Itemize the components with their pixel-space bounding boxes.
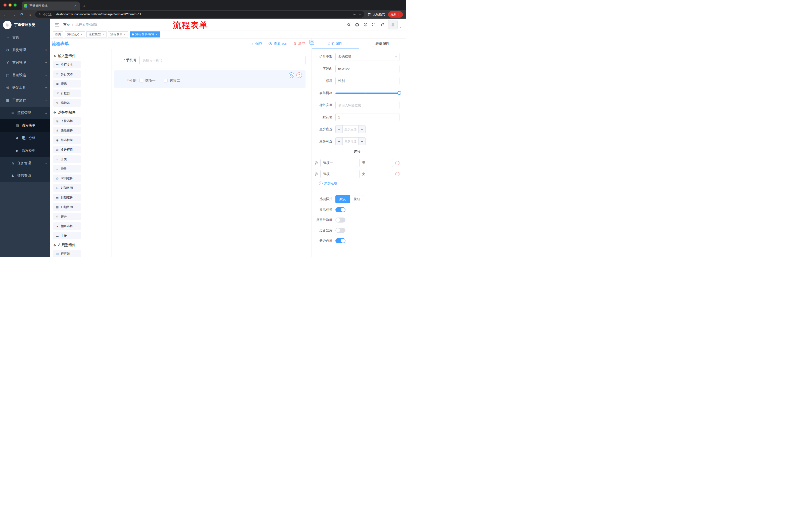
palette-item-password[interactable]: ▣密码: [53, 80, 81, 87]
forward-icon[interactable]: →: [11, 12, 16, 17]
avatar[interactable]: [388, 20, 398, 29]
title-input[interactable]: [336, 77, 400, 85]
sidebar-item-infrastructure[interactable]: ▢ 基础设施 ▾: [0, 69, 50, 81]
minimize-window-button[interactable]: [8, 3, 11, 6]
delete-widget-button[interactable]: [296, 73, 302, 78]
palette-item-cascader[interactable]: ⋔级联选择: [53, 127, 81, 134]
sidebar-item-process-management[interactable]: ≣ 流程管理 ▴: [0, 107, 50, 119]
canvas-field-phone[interactable]: 手机号: [114, 56, 306, 65]
copy-widget-button[interactable]: [289, 73, 294, 78]
tag-process-model[interactable]: 流程模型 ×: [86, 31, 107, 37]
show-label-toggle[interactable]: [336, 207, 345, 212]
close-window-button[interactable]: [3, 3, 6, 6]
required-toggle[interactable]: [336, 238, 345, 243]
help-icon[interactable]: [364, 23, 368, 27]
option-label-input[interactable]: [320, 159, 357, 167]
sidebar-item-user-group[interactable]: ☻ 用户分组: [0, 132, 50, 144]
remove-option-icon[interactable]: −: [395, 161, 400, 165]
font-size-icon[interactable]: TT: [380, 23, 384, 27]
form-grid-slider[interactable]: [336, 89, 400, 97]
option-style-button-button[interactable]: 按钮: [350, 195, 364, 203]
sidebar-item-process-form[interactable]: ▤ 流程表单: [0, 119, 50, 132]
search-icon[interactable]: [347, 23, 351, 27]
tag-process-form[interactable]: 流程表单 ×: [108, 31, 128, 37]
palette-item-switch[interactable]: ◐开关: [53, 155, 81, 163]
palette-item-date-range[interactable]: ▩日期范围: [53, 203, 81, 211]
palette-item-time-range[interactable]: ◵时间范围: [53, 184, 81, 192]
disabled-toggle[interactable]: [336, 228, 345, 233]
min-select-stepper[interactable]: − +: [336, 125, 366, 133]
with-border-toggle[interactable]: [336, 218, 345, 222]
sidebar-item-workflow[interactable]: ▦ 工作流程 ▴: [0, 94, 50, 107]
tag-close-icon[interactable]: ×: [102, 33, 104, 36]
tag-close-icon[interactable]: ×: [124, 33, 126, 36]
url-text[interactable]: dashboard.yudao.iocoder.cn/bpm/manager/f…: [56, 12, 350, 16]
browser-menu-icon[interactable]: ⋮: [398, 12, 401, 16]
link-icon[interactable]: [310, 40, 314, 45]
palette-item-color-picker[interactable]: ◒颜色选择: [53, 222, 81, 230]
option-label-input[interactable]: [320, 170, 357, 178]
palette-item-single-line-text[interactable]: ▭单行文本: [53, 61, 81, 69]
option-style-default-button[interactable]: 默认: [336, 195, 350, 203]
phone-input[interactable]: [140, 56, 306, 65]
slider-handle[interactable]: [398, 91, 401, 95]
tag-process-definition[interactable]: 流程定义 ×: [65, 31, 85, 37]
palette-item-multiline-text[interactable]: ☰多行文本: [53, 71, 81, 78]
plus-icon[interactable]: +: [358, 138, 365, 145]
palette-item-time-picker[interactable]: ◴时间选择: [53, 174, 81, 182]
tab-form-props[interactable]: 表单属性: [359, 38, 406, 49]
fullscreen-icon[interactable]: [372, 23, 376, 27]
avatar-caret-icon[interactable]: ▾: [400, 26, 402, 29]
address-bar[interactable]: ⚠ 不安全 dashboard.yudao.iocoder.cn/bpm/man…: [35, 11, 364, 18]
default-value-input[interactable]: [336, 113, 400, 121]
tag-process-form-edit[interactable]: 流程表单-编辑 ×: [129, 31, 160, 37]
option-value-input[interactable]: [359, 159, 393, 167]
label-width-input[interactable]: [336, 101, 400, 109]
palette-item-checkbox-group[interactable]: ☑多选框组: [53, 146, 81, 154]
gender-option-1-checkbox[interactable]: 选项一: [140, 78, 155, 83]
palette-item-rating[interactable]: ☆评分: [53, 213, 81, 220]
clear-button[interactable]: 清空: [293, 42, 305, 46]
sidebar-item-payment[interactable]: ¥ 支付管理 ▾: [0, 56, 50, 69]
window-controls[interactable]: [3, 3, 17, 6]
sidebar-item-devtools[interactable]: ⚒ 研发工具 ▾: [0, 81, 50, 94]
tag-close-icon[interactable]: ×: [155, 33, 158, 36]
sidebar-item-task-management[interactable]: ⋔ 任务管理 ▾: [0, 157, 50, 169]
component-type-select[interactable]: 多选框组 ▾: [336, 53, 400, 61]
back-icon[interactable]: ←: [3, 12, 8, 17]
palette-item-radio-group[interactable]: ◉单选框组: [53, 136, 81, 144]
tag-close-icon[interactable]: ×: [80, 33, 83, 36]
add-option-button[interactable]: + 添加选项: [319, 181, 400, 186]
not-secure-icon[interactable]: ⚠: [38, 12, 41, 16]
max-select-stepper[interactable]: − +: [336, 137, 366, 145]
minus-icon[interactable]: −: [336, 138, 343, 145]
drag-handle-icon[interactable]: [315, 172, 318, 176]
browser-tab[interactable]: 芋道管理系统 ×: [22, 1, 80, 10]
form-canvas[interactable]: 手机号: [112, 49, 312, 257]
max-select-input[interactable]: [343, 138, 358, 145]
tab-close-icon[interactable]: ×: [74, 4, 77, 8]
gender-option-2-checkbox[interactable]: 选项二: [164, 78, 180, 83]
slider-track[interactable]: [336, 92, 400, 94]
browser-update-button[interactable]: 更新 ⋮: [388, 11, 403, 18]
maximize-window-button[interactable]: [13, 3, 17, 6]
github-icon[interactable]: [355, 23, 359, 27]
remove-option-icon[interactable]: −: [395, 172, 400, 176]
browser-home-icon[interactable]: ⌂: [27, 12, 32, 17]
tag-home[interactable]: 首页: [53, 31, 63, 37]
plus-icon[interactable]: +: [358, 126, 365, 133]
palette-item-upload[interactable]: ☁上传: [53, 232, 81, 239]
sidebar-item-process-model[interactable]: ▶ 流程模型: [0, 144, 50, 157]
drag-handle-icon[interactable]: [315, 161, 318, 165]
option-value-input[interactable]: [359, 170, 393, 178]
sidebar-item-home[interactable]: ◔ 首页: [0, 31, 50, 44]
palette-item-select[interactable]: ◎下拉选择: [53, 117, 81, 125]
key-icon[interactable]: [352, 12, 356, 16]
minus-icon[interactable]: −: [336, 126, 343, 133]
palette-item-counter[interactable]: 123计数器: [53, 89, 81, 97]
sidebar-item-leave-query[interactable]: ♟ 请假查询: [0, 169, 50, 182]
palette-item-editor[interactable]: ✎编辑器: [53, 99, 81, 107]
breadcrumb-home[interactable]: 首页: [63, 22, 70, 27]
tab-component-props[interactable]: 组件属性: [312, 38, 359, 49]
palette-item-slider[interactable]: ↔滑块: [53, 165, 81, 172]
